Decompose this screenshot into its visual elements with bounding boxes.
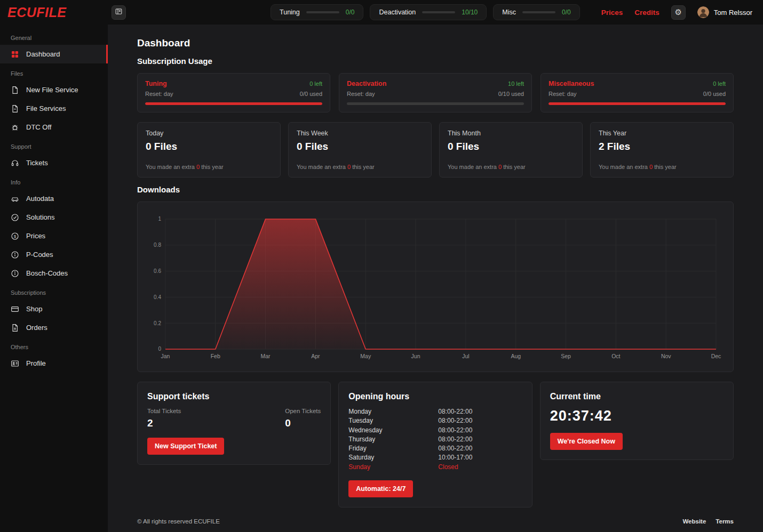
svg-text:$: $ <box>14 233 16 238</box>
topbar-nav: Prices Credits ⚙ Tom Relssor <box>601 5 752 20</box>
car-icon <box>11 195 19 203</box>
gear-icon: ⚙ <box>675 7 682 17</box>
meter-label: Deactivation <box>379 9 416 16</box>
stat-count: 0 Files <box>146 141 272 152</box>
sidebar-item-p-codes[interactable]: P-Codes <box>0 245 108 264</box>
subscription-name: Miscellaneous <box>549 80 594 87</box>
sidebar-item-label: P-Codes <box>26 251 53 259</box>
sidebar-item-file-services[interactable]: File Services <box>0 99 108 118</box>
sidebar-item-prices[interactable]: $ Prices <box>0 227 108 245</box>
file-plus-icon <box>11 86 19 94</box>
bottom-cards: Support tickets Total Tickets 2 Open Tic… <box>137 382 734 507</box>
downloads-heading: Downloads <box>137 185 734 194</box>
app-logo[interactable]: ECUFILE <box>7 5 66 20</box>
check-circle-icon <box>11 213 19 222</box>
footer: © All rights reserved ECUFILE Website Te… <box>137 512 734 532</box>
sidebar-item-profile[interactable]: Profile <box>0 354 108 373</box>
avatar <box>697 6 709 18</box>
hours-row: Friday08:00-22:00 <box>348 444 522 453</box>
stat-card-this-month: This Month 0 Files You made an extra 0 t… <box>439 122 583 178</box>
subscription-cards: Tuning0 left Reset: day0/0 used Deactiva… <box>137 73 734 112</box>
svg-text:Sep: Sep <box>561 353 571 359</box>
hours-row: Thursday08:00-22:00 <box>348 435 522 444</box>
footer-link-terms[interactable]: Terms <box>716 518 734 525</box>
subscription-used: 0/10 used <box>498 91 524 97</box>
meter-bar <box>306 11 339 13</box>
subscription-card-tuning: Tuning0 left Reset: day0/0 used <box>137 73 330 112</box>
svg-text:0.6: 0.6 <box>154 268 161 274</box>
svg-text:Dec: Dec <box>711 353 721 359</box>
stat-period: This Month <box>448 130 574 137</box>
sidebar-item-bosch-codes[interactable]: Bosch-Codes <box>0 264 108 283</box>
svg-text:Jun: Jun <box>411 353 420 359</box>
hours-row: Monday08:00-22:00 <box>348 407 522 416</box>
info-circle-icon <box>11 269 19 278</box>
meter-bar <box>422 11 455 13</box>
sidebar-toggle-icon <box>115 7 123 17</box>
topbar-link-prices[interactable]: Prices <box>601 9 623 17</box>
sidebar: General Dashboard Files New File Service… <box>0 25 108 532</box>
subscription-progress-bar <box>347 102 524 105</box>
stat-count: 0 Files <box>297 141 423 152</box>
svg-text:Jan: Jan <box>161 353 170 359</box>
sidebar-item-label: DTC Off <box>26 123 51 131</box>
settings-button[interactable]: ⚙ <box>671 5 686 20</box>
sidebar-toggle-button[interactable] <box>112 5 126 20</box>
svg-text:0.2: 0.2 <box>154 320 161 326</box>
support-tickets-card: Support tickets Total Tickets 2 Open Tic… <box>137 382 331 465</box>
svg-text:0.8: 0.8 <box>154 242 161 248</box>
document-icon <box>11 324 19 332</box>
sidebar-section-others: Others <box>0 337 108 354</box>
opening-hours-table: Monday08:00-22:00 Tuesday08:00-22:00 Wed… <box>348 407 522 472</box>
hours-row: Saturday10:00-17:00 <box>348 453 522 462</box>
new-support-ticket-button[interactable]: New Support Ticket <box>147 438 224 455</box>
subscription-progress-bar <box>145 102 322 105</box>
downloads-chart: 00.20.40.60.81JanFebMarAprMayJunJulAugSe… <box>146 212 725 367</box>
current-time-value: 20:37:42 <box>550 408 724 424</box>
subscription-card-miscellaneous: Miscellaneous0 left Reset: day0/0 used <box>541 73 734 112</box>
footer-link-website[interactable]: Website <box>682 518 706 525</box>
sidebar-item-label: Dashboard <box>26 50 60 58</box>
subscription-reset: Reset: day <box>145 91 173 97</box>
topbar: ECUFILE Tuning 0/0 Deactivation 10/10 Mi… <box>0 0 763 25</box>
svg-text:0: 0 <box>158 346 161 352</box>
file-icon <box>11 104 19 113</box>
usage-meters: Tuning 0/0 Deactivation 10/10 Misc 0/0 <box>271 4 580 20</box>
id-card-icon <box>11 359 19 368</box>
automatic-247-button[interactable]: Automatic: 24/7 <box>348 480 413 497</box>
sidebar-section-general: General <box>0 28 108 45</box>
sidebar-item-tickets[interactable]: Tickets <box>0 154 108 172</box>
sidebar-item-autodata[interactable]: Autodata <box>0 189 108 208</box>
stat-period: This Week <box>297 130 423 137</box>
grid-icon <box>11 50 19 59</box>
closed-now-button[interactable]: We're Closed Now <box>550 433 623 450</box>
svg-text:Mar: Mar <box>261 353 271 359</box>
sidebar-item-label: File Services <box>26 104 66 112</box>
sidebar-item-dtc-off[interactable]: DTC Off <box>0 118 108 136</box>
meter-label: Tuning <box>280 9 300 16</box>
sidebar-item-shop[interactable]: Shop <box>0 300 108 318</box>
sidebar-item-label: Prices <box>26 232 45 240</box>
info-circle-icon <box>11 251 19 259</box>
svg-text:Apr: Apr <box>311 353 320 359</box>
copyright-text: © All rights reserved ECUFILE <box>137 518 220 525</box>
sidebar-item-dashboard[interactable]: Dashboard <box>0 45 108 63</box>
opening-hours-card: Opening hours Monday08:00-22:00 Tuesday0… <box>338 382 532 507</box>
subscription-usage-heading: Subscription Usage <box>137 57 734 66</box>
subscription-reset: Reset: day <box>347 91 375 97</box>
subscription-left: 0 left <box>309 80 322 87</box>
stat-card-this-year: This Year 2 Files You made an extra 0 th… <box>590 122 734 178</box>
svg-text:Jul: Jul <box>462 353 469 359</box>
topbar-link-credits[interactable]: Credits <box>634 9 659 17</box>
sidebar-item-orders[interactable]: Orders <box>0 318 108 337</box>
hours-row: Wednesday08:00-22:00 <box>348 426 522 435</box>
user-menu[interactable]: Tom Relssor <box>697 6 752 18</box>
stat-period: Today <box>146 130 272 137</box>
sidebar-item-solutions[interactable]: Solutions <box>0 208 108 227</box>
stat-card-today: Today 0 Files You made an extra 0 this y… <box>137 122 281 178</box>
sidebar-item-label: New File Service <box>26 86 78 94</box>
svg-text:1: 1 <box>158 216 161 222</box>
sidebar-section-support: Support <box>0 136 108 154</box>
sidebar-item-new-file-service[interactable]: New File Service <box>0 80 108 99</box>
headset-icon <box>11 159 19 167</box>
